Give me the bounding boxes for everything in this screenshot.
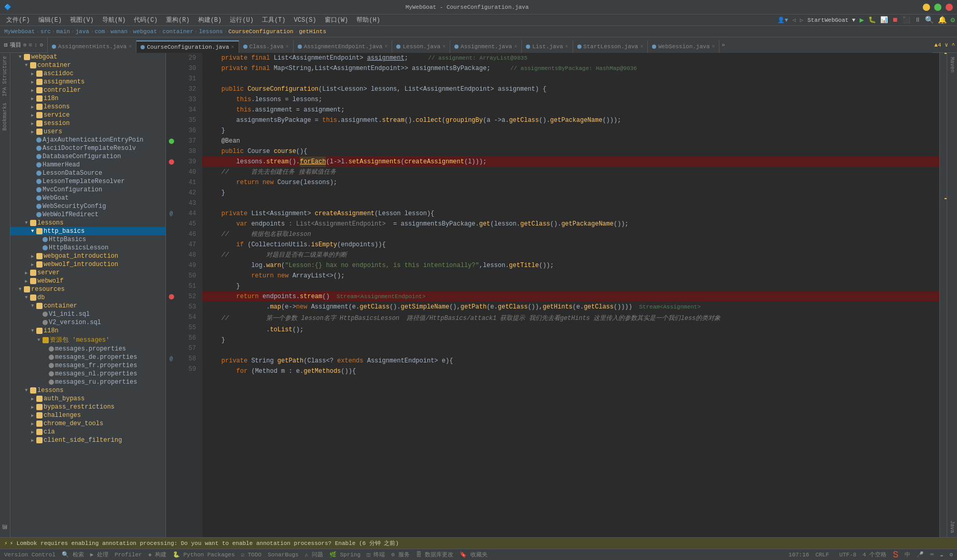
tree-item-webgoat[interactable]: WebGoat: [10, 194, 165, 202]
breadcrumb-src[interactable]: src: [40, 29, 51, 35]
tree-item-messages[interactable]: messages.properties: [10, 345, 165, 353]
run-status[interactable]: ▶ 处理: [90, 551, 108, 558]
tree-item-asciidoc[interactable]: ▶ asciidoc: [10, 69, 165, 78]
tree-item-users[interactable]: ▶ users: [10, 128, 165, 136]
issues-status[interactable]: ⚠ 问题: [305, 551, 323, 558]
bookmarks-label[interactable]: Bookmarks: [1, 100, 9, 134]
scrollbar-right[interactable]: [939, 53, 947, 537]
tree-item-res-i18n[interactable]: ▼ i18n: [10, 327, 165, 335]
tree-item-messages-ru[interactable]: messages_ru.properties: [10, 378, 165, 386]
stop-button[interactable]: ⏹: [892, 16, 898, 24]
search-everywhere[interactable]: 🔍: [925, 16, 934, 24]
tree-item-v2version[interactable]: V2_version.sql: [10, 318, 165, 327]
tree-item-webwolf-intro[interactable]: ▶ webwolf_introduction: [10, 260, 165, 269]
tab-close-assignment[interactable]: ×: [514, 44, 517, 50]
tree-item-assignments[interactable]: ▶ assignments: [10, 78, 165, 86]
tree-item-asciidoctor[interactable]: AsciiDoctorTemplateResolv: [10, 144, 165, 152]
structure-status[interactable]: ◈ 构建: [148, 551, 167, 558]
tree-item-v1init[interactable]: V1_init.sql: [10, 310, 165, 318]
search-status[interactable]: 🔍 检索: [62, 551, 84, 558]
tree-item-service[interactable]: ▶ service: [10, 111, 165, 119]
version-control[interactable]: Version Control: [4, 552, 56, 558]
breadcrumb-lessons[interactable]: lessons: [199, 29, 223, 35]
kbd-status[interactable]: ⌨: [930, 551, 934, 558]
profiler-status[interactable]: Profiler: [115, 552, 142, 558]
structure-label[interactable]: IPA Structure: [1, 53, 9, 100]
settings-icon[interactable]: ⚙: [951, 16, 955, 24]
tab-close-websession[interactable]: ×: [712, 44, 715, 50]
menu-run[interactable]: 运行(U): [226, 15, 258, 25]
tree-item-websecurityconfig[interactable]: WebSecurityConfig: [10, 202, 165, 211]
menu-tools[interactable]: 工具(T): [258, 15, 290, 25]
tab-list[interactable]: List.java ×: [522, 40, 573, 53]
code-content[interactable]: private final List<AssignmentEndpoint> a…: [202, 53, 939, 537]
minimize-button[interactable]: −: [923, 4, 930, 11]
tab-startlesson[interactable]: StartLesson.java ×: [573, 40, 648, 53]
tree-item-mvcconfig[interactable]: MvcConfiguration: [10, 186, 165, 194]
tree-item-container-lessons[interactable]: ▶ lessons: [10, 103, 165, 111]
tree-item-bypass-restrictions[interactable]: ▶ bypass_restrictions: [10, 403, 165, 411]
tree-item-webgoat-lessons[interactable]: ▼ lessons: [10, 219, 165, 227]
tree-item-httpbasics[interactable]: HttpBasics: [10, 235, 165, 244]
tab-close-ae[interactable]: ×: [384, 44, 387, 50]
tree-item-resources[interactable]: ▼ resources: [10, 285, 165, 293]
tree-item-messages-nl[interactable]: messages_nl.properties: [10, 370, 165, 378]
menu-view[interactable]: 视图(V): [66, 15, 98, 25]
stop2-button[interactable]: ⬛: [903, 16, 910, 24]
tree-item-db[interactable]: ▼ db: [10, 293, 165, 302]
todo-label[interactable]: 结构: [1, 531, 10, 537]
tree-item-webgoat-intro[interactable]: ▶ webgoat_introduction: [10, 252, 165, 260]
bookmarks-status[interactable]: 🔖 收藏夹: [460, 551, 488, 558]
todo-status[interactable]: ☑ TODO: [241, 551, 262, 558]
menu-refactor[interactable]: 重构(R): [162, 15, 194, 25]
tab-websession[interactable]: WebSession.java ×: [648, 40, 719, 53]
spring-status[interactable]: 🌿 Spring: [329, 551, 360, 558]
tab-close[interactable]: ×: [129, 44, 132, 50]
tree-item-i18n[interactable]: ▶ i18n: [10, 94, 165, 103]
back-button[interactable]: ◁: [792, 17, 796, 23]
breadcrumb-wanan[interactable]: wanan: [110, 29, 128, 35]
breadcrumb-mywebgoat[interactable]: MyWebGoat: [4, 29, 35, 35]
tree-item-ajaxauth[interactable]: AjaxAuthenticationEntryPoin: [10, 136, 165, 144]
breadcrumb-webgoat[interactable]: webgoat: [133, 29, 157, 35]
tab-assignmenthints[interactable]: AssignmentHints.java ×: [48, 40, 136, 53]
breadcrumb-container[interactable]: container: [162, 29, 193, 35]
tree-item-session[interactable]: ▶ session: [10, 119, 165, 128]
account-icon[interactable]: 👤▼: [778, 17, 788, 23]
tree-item-res-lessons[interactable]: ▼ lessons: [10, 386, 165, 395]
breadcrumb-class[interactable]: CourseConfiguration: [228, 29, 293, 35]
tree-item-container[interactable]: ▼ container: [10, 61, 165, 69]
debug-button[interactable]: 🐛: [868, 16, 876, 24]
bugsnag-status[interactable]: SonarBugs: [268, 552, 298, 558]
tree-item-client-side[interactable]: ▶ client_side_filtering: [10, 436, 165, 444]
tree-item-webwolf[interactable]: ▶ webwolf: [10, 277, 165, 285]
more-tabs[interactable]: »: [719, 42, 727, 48]
tree-item-controller[interactable]: ▶ controller: [10, 86, 165, 94]
tree-item-server[interactable]: ▶ server: [10, 269, 165, 277]
tree-item-cia[interactable]: ▶ cia: [10, 428, 165, 436]
maven-label[interactable]: Maven: [948, 55, 956, 75]
toolbar-layout[interactable]: ≡: [29, 42, 32, 48]
tab-courseconfiguration[interactable]: CourseConfiguration.java ×: [136, 40, 239, 53]
tree-item-messages-fr[interactable]: messages_fr.properties: [10, 361, 165, 370]
menu-navigate[interactable]: 导航(N): [98, 15, 130, 25]
tree-item-lessontmpl[interactable]: LessonTemplateResolver: [10, 177, 165, 186]
tree-item-hammerhead[interactable]: HammerHead: [10, 161, 165, 169]
menu-vcs[interactable]: VCS(S): [289, 16, 320, 25]
tree-item-challenges[interactable]: ▶ challenges: [10, 411, 165, 419]
tree-item-dbconfig[interactable]: DatabaseConfiguration: [10, 152, 165, 161]
tab-lesson[interactable]: Lesson.java ×: [392, 40, 450, 53]
tree-item-webgoat[interactable]: ▼ webgoat: [10, 53, 165, 61]
tree-item-lessonds[interactable]: LessonDataSource: [10, 169, 165, 177]
database-status[interactable]: 🗄 数据库更改: [416, 551, 454, 558]
menu-code[interactable]: 代码(C): [130, 15, 162, 25]
run-config-label[interactable]: StartWebGoat ▼: [808, 17, 855, 23]
maximize-button[interactable]: □: [934, 4, 941, 11]
tab-class[interactable]: Class.java ×: [239, 40, 294, 53]
toolbar-settings[interactable]: ⚙: [39, 41, 43, 48]
tree-item-chrome-dev-tools[interactable]: ▶ chrome_dev_tools: [10, 419, 165, 428]
close-button[interactable]: ×: [946, 4, 953, 11]
cloud-status[interactable]: ☁: [940, 551, 944, 558]
tab-assignment[interactable]: Assignment.java ×: [450, 40, 522, 53]
menu-build[interactable]: 构建(B): [194, 15, 226, 25]
